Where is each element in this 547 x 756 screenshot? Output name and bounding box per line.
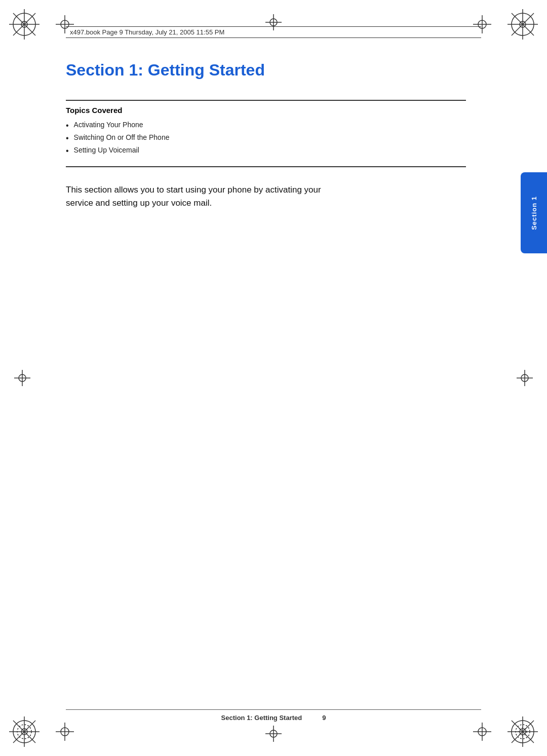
- crosshair-mid-bottom: [265, 726, 282, 742]
- topics-covered-box: Topics Covered Activating Your Phone Swi…: [66, 100, 466, 167]
- header-bar: x497.book Page 9 Thursday, July 21, 2005…: [66, 26, 481, 38]
- corner-mark-tr: [507, 9, 538, 40]
- corner-mark-br: [507, 716, 538, 747]
- crosshair-mid-right: [517, 370, 533, 386]
- footer-page-number: 9: [322, 714, 326, 722]
- section-tab-text: Section 1: [530, 196, 538, 230]
- section-tab: Section 1: [521, 172, 547, 253]
- crosshair-bottom-right: [473, 723, 491, 741]
- corner-mark-bl: [9, 716, 40, 747]
- header-text: x497.book Page 9 Thursday, July 21, 2005…: [66, 28, 224, 36]
- topics-list: Activating Your Phone Switching On or Of…: [66, 121, 466, 156]
- crosshair-mid-left: [14, 370, 30, 386]
- list-item: Setting Up Voicemail: [66, 146, 466, 156]
- body-paragraph: This section allows you to start using y…: [66, 183, 349, 210]
- footer-label: Section 1: Getting Started: [221, 714, 302, 722]
- list-item: Activating Your Phone: [66, 121, 466, 130]
- section-title: Section 1: Getting Started: [66, 61, 466, 80]
- list-item: Switching On or Off the Phone: [66, 133, 466, 143]
- corner-mark-tl: [9, 9, 40, 40]
- crosshair-bottom-left: [56, 723, 74, 741]
- main-content: Section 1: Getting Started Topics Covere…: [66, 61, 466, 695]
- topics-covered-label: Topics Covered: [66, 106, 466, 115]
- footer-bar: Section 1: Getting Started 9: [66, 709, 481, 722]
